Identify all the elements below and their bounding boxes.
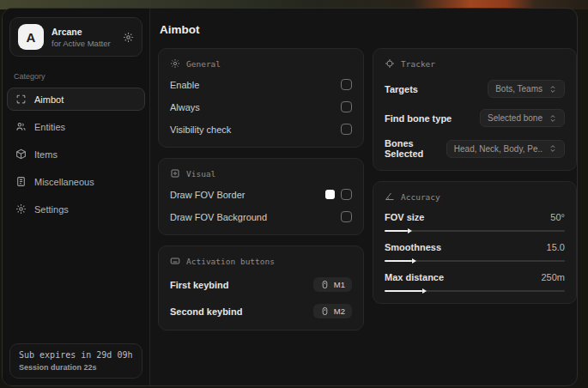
sidebar-item-label: Settings [34, 204, 69, 215]
setting-row-find-bone-type: Find bone type Selected bone [385, 109, 565, 127]
slider-thumb[interactable] [412, 258, 416, 264]
card-header-label: General [186, 59, 221, 69]
setting-label: Draw FOV Background [170, 212, 267, 222]
app-title-block: Arcane for Active Matter [52, 27, 111, 48]
category-label: Category [14, 72, 138, 81]
chevrons-up-down-icon [549, 114, 557, 123]
visual-card-header: Visual [170, 168, 352, 179]
users-icon [15, 121, 27, 132]
sidebar-item-settings[interactable]: Settings [7, 197, 145, 221]
setting-label: Always [170, 102, 200, 112]
mouse-icon [320, 280, 330, 289]
slider-label: Smoothness [385, 242, 441, 252]
visibility-check-checkbox[interactable] [341, 124, 352, 135]
select-value: Selected bone [488, 113, 543, 123]
visual-card: Visual Draw FOV Border Draw FOV Backgrou… [158, 158, 364, 235]
gear-icon [123, 32, 134, 43]
angle-icon [385, 191, 395, 202]
page-title: Aimbot [160, 23, 577, 36]
activation-card-header: Activation buttons [170, 256, 352, 266]
smoothness-slider[interactable] [385, 260, 565, 262]
slider-label: Max distance [385, 272, 444, 282]
setting-label: Enable [170, 80, 199, 90]
select-value: Bots, Teams [495, 84, 543, 94]
sidebar-item-label: Entities [34, 122, 65, 132]
app-subtitle: for Active Matter [52, 39, 111, 48]
draw-fov-border-checkbox[interactable] [341, 189, 352, 200]
sub-expires-text: Sub expires in 29d 09h [19, 350, 133, 360]
gear-icon [170, 58, 180, 69]
sidebar-item-aimbot[interactable]: Aimbot [7, 88, 145, 111]
setting-label: Bones Selected [385, 138, 446, 159]
sidebar-item-label: Miscellaneous [34, 177, 94, 187]
frame-icon [170, 168, 180, 179]
slider-value: 50° [550, 212, 565, 222]
tracker-card: Tracker Targets Bots, Teams Find bone ty… [373, 48, 577, 171]
chevrons-up-down-icon [549, 144, 557, 153]
accuracy-card-header: Accuracy [385, 191, 565, 202]
keyboard-icon [170, 256, 180, 266]
app-header: A Arcane for Active Matter [9, 17, 142, 57]
setting-row-visibility-check: Visibility check [170, 123, 352, 136]
sidebar-item-miscellaneous[interactable]: Miscellaneous [7, 170, 145, 193]
scan-crosshair-icon [15, 94, 27, 105]
setting-row-draw-fov-background: Draw FOV Background [170, 210, 352, 223]
cheat-menu-window: A Arcane for Active Matter Category Aimb… [2, 8, 578, 386]
setting-row-targets: Targets Bots, Teams [385, 80, 565, 98]
card-header-label: Activation buttons [186, 257, 275, 266]
sidebar-nav: Aimbot Entities Items Miscellaneous [3, 88, 149, 221]
general-card: General Enable Always Visibility check [158, 48, 364, 148]
setting-label: First keybind [170, 280, 228, 290]
setting-label: Second keybind [170, 306, 242, 317]
max-distance-slider[interactable] [385, 290, 565, 292]
find-bone-type-select[interactable]: Selected bone [480, 109, 565, 127]
main-panel: Aimbot General Enable Alw [150, 9, 578, 385]
setting-label: Draw FOV Border [170, 190, 245, 200]
card-header-label: Accuracy [401, 192, 440, 202]
setting-label: Targets [385, 84, 418, 94]
sidebar-item-label: Aimbot [34, 94, 64, 105]
keybind-value: M1 [334, 280, 345, 289]
session-duration-text: Session duration 22s [19, 363, 133, 372]
sidebar-item-label: Items [34, 149, 58, 160]
general-card-header: General [170, 58, 352, 69]
bones-selected-select[interactable]: Head, Neck, Body, Pe.. [446, 140, 565, 158]
sidebar-item-entities[interactable]: Entities [7, 115, 145, 138]
slider-thumb[interactable] [408, 228, 412, 233]
setting-row-second-keybind: Second keybind M2 [170, 304, 352, 318]
draw-fov-background-checkbox[interactable] [341, 211, 352, 222]
second-keybind-button[interactable]: M2 [313, 304, 352, 318]
header-gear-button[interactable] [123, 32, 134, 43]
tracker-card-header: Tracker [385, 58, 565, 69]
fov-border-color-swatch[interactable] [325, 190, 335, 199]
keybind-value: M2 [334, 306, 345, 316]
app-logo: A [18, 24, 44, 50]
targets-select[interactable]: Bots, Teams [488, 80, 565, 98]
slider-thumb[interactable] [422, 288, 427, 294]
setting-label: Visibility check [170, 124, 231, 135]
card-header-label: Tracker [401, 59, 435, 69]
gear-icon [15, 203, 27, 215]
slider-label: FOV size [385, 212, 424, 222]
slider-group-fov-size: FOV size 50° [385, 212, 565, 232]
target-icon [385, 58, 395, 69]
first-keybind-button[interactable]: M1 [313, 277, 352, 292]
setting-row-first-keybind: First keybind M1 [170, 277, 352, 292]
slider-value: 15.0 [547, 242, 565, 252]
chevrons-up-down-icon [549, 85, 557, 94]
setting-row-enable: Enable [170, 78, 352, 91]
list-clipboard-icon [15, 176, 27, 187]
sidebar: A Arcane for Active Matter Category Aimb… [3, 9, 150, 385]
fov-size-slider[interactable] [385, 230, 565, 232]
card-header-label: Visual [186, 169, 215, 179]
subscription-info: Sub expires in 29d 09h Session duration … [9, 343, 142, 379]
mouse-icon [320, 306, 330, 316]
always-checkbox[interactable] [341, 101, 352, 112]
sidebar-item-items[interactable]: Items [7, 142, 145, 166]
setting-label: Find bone type [385, 113, 452, 124]
enable-checkbox[interactable] [341, 79, 352, 90]
accuracy-card: Accuracy FOV size 50° Smoothness [373, 181, 577, 304]
activation-card: Activation buttons First keybind M1 Seco… [158, 246, 364, 330]
setting-row-always: Always [170, 100, 352, 113]
setting-row-bones-selected: Bones Selected Head, Neck, Body, Pe.. [385, 138, 565, 159]
